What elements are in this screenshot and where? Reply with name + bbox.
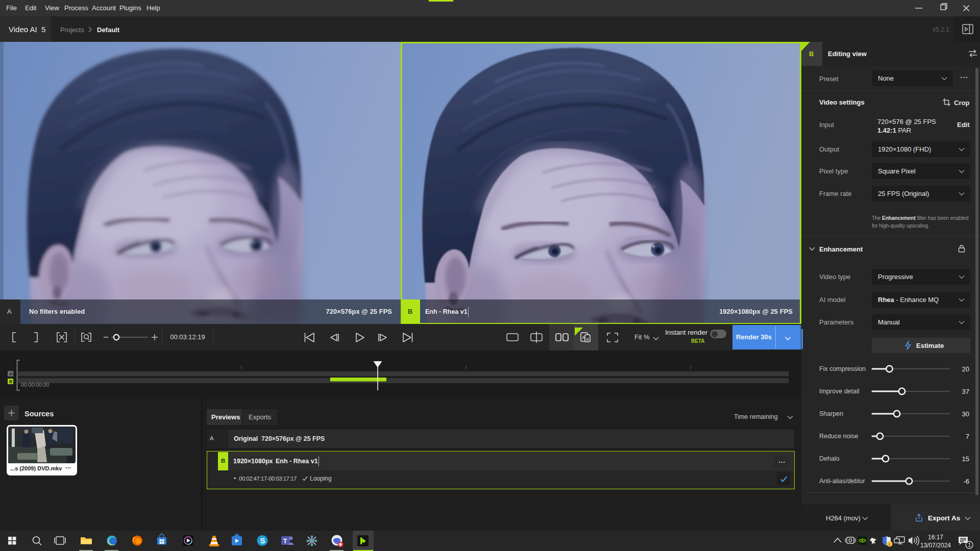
svg-text:00:00:00:00: 00:00:00:00 (21, 382, 50, 388)
svg-text:1: 1 (968, 542, 971, 548)
svg-text:S: S (260, 536, 265, 545)
svg-text:A: A (9, 371, 12, 377)
svg-text:B: B (586, 337, 589, 342)
svg-text:T: T (283, 538, 287, 545)
svg-text:A: A (582, 335, 585, 340)
svg-text:B: B (9, 379, 12, 384)
svg-text:!: ! (889, 542, 890, 547)
